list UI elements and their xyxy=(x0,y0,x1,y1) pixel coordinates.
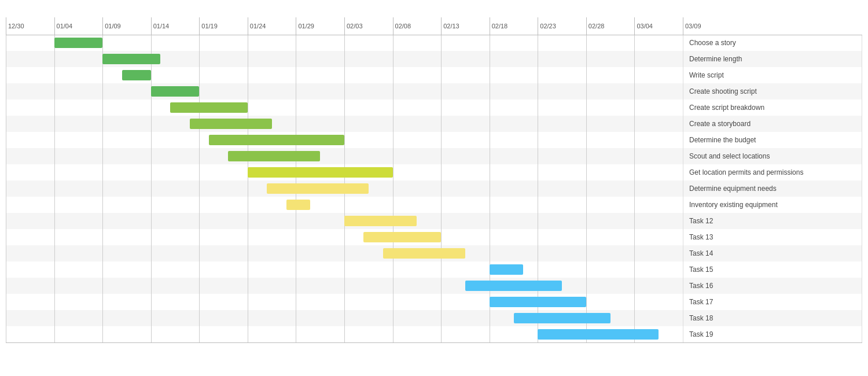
task-label-11: Task 12 xyxy=(683,213,862,229)
date-label-14: 03/09 xyxy=(683,17,731,35)
task-bar-9[interactable] xyxy=(267,183,369,194)
task-label-7: Scout and select locations xyxy=(683,148,862,164)
task-label-10: Inventory existing equipment xyxy=(683,197,862,213)
date-label-4: 01/19 xyxy=(199,17,248,35)
task-bar-1[interactable] xyxy=(102,54,160,64)
task-label-0: Choose a story xyxy=(683,35,862,51)
task-label-3: Create shooting script xyxy=(683,83,862,99)
task-label-15: Task 16 xyxy=(683,278,862,294)
task-bar-15[interactable] xyxy=(465,281,562,291)
task-bar-10[interactable] xyxy=(286,200,311,210)
task-bar-12[interactable] xyxy=(363,232,441,242)
task-bar-2[interactable] xyxy=(122,70,151,80)
date-label-6: 01/29 xyxy=(296,17,344,35)
date-label-0: 12/30 xyxy=(6,17,54,35)
date-label-2: 01/09 xyxy=(102,17,151,35)
task-bar-17[interactable] xyxy=(514,313,610,323)
task-label-14: Task 15 xyxy=(683,261,862,278)
task-label-2: Write script xyxy=(683,67,862,83)
date-label-9: 02/13 xyxy=(441,17,490,35)
task-bar-4[interactable] xyxy=(170,102,248,113)
task-label-17: Task 18 xyxy=(683,310,862,326)
task-label-18: Task 19 xyxy=(683,326,862,342)
date-label-11: 02/23 xyxy=(538,17,586,35)
task-label-9: Determine equipment needs xyxy=(683,180,862,197)
task-bar-0[interactable] xyxy=(54,38,103,48)
task-bar-8[interactable] xyxy=(248,167,393,178)
task-label-16: Task 17 xyxy=(683,294,862,310)
date-label-1: 01/04 xyxy=(54,17,103,35)
task-bar-13[interactable] xyxy=(383,248,465,259)
task-label-6: Determine the budget xyxy=(683,132,862,148)
task-bar-3[interactable] xyxy=(151,86,200,97)
task-bar-5[interactable] xyxy=(190,119,272,129)
task-label-4: Create script breakdown xyxy=(683,99,862,116)
task-bar-14[interactable] xyxy=(490,264,524,275)
task-label-12: Task 13 xyxy=(683,229,862,245)
task-bar-11[interactable] xyxy=(344,216,417,226)
task-label-13: Task 14 xyxy=(683,245,862,261)
date-label-8: 02/08 xyxy=(393,17,442,35)
date-label-3: 01/14 xyxy=(151,17,200,35)
task-bar-7[interactable] xyxy=(228,151,320,161)
task-bar-16[interactable] xyxy=(490,297,586,307)
gantt-chart: 12/3001/0401/0901/1401/1901/2401/2902/03… xyxy=(0,0,868,376)
task-label-1: Determine length xyxy=(683,51,862,67)
date-label-13: 03/04 xyxy=(634,17,683,35)
date-label-5: 01/24 xyxy=(248,17,296,35)
task-bar-6[interactable] xyxy=(209,135,344,145)
date-label-7: 02/03 xyxy=(344,17,393,35)
task-bar-18[interactable] xyxy=(538,329,659,340)
task-label-5: Create a storyboard xyxy=(683,116,862,132)
date-label-12: 02/28 xyxy=(586,17,635,35)
date-label-10: 02/18 xyxy=(490,17,538,35)
task-label-8: Get location permits and permissions xyxy=(683,164,862,180)
